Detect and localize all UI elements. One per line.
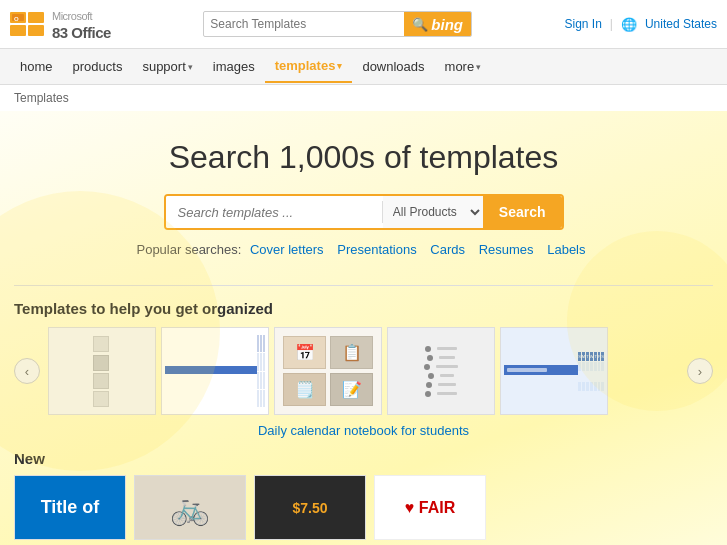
- popular-label: Popular searches:: [136, 242, 241, 257]
- search-section: All Products Word Excel PowerPoint Outlo…: [0, 194, 727, 230]
- bike-icon: 🚲: [170, 489, 210, 527]
- main-content: Search 1,000s of templates All Products …: [0, 111, 727, 545]
- popular-cover-letters[interactable]: Cover letters: [250, 242, 324, 257]
- main-nav: home products support ▾ images templates…: [0, 49, 727, 85]
- svg-rect-1: [28, 12, 44, 23]
- svg-rect-2: [10, 25, 26, 36]
- new-heading: New: [14, 450, 713, 467]
- nav-templates[interactable]: templates ▾: [265, 50, 353, 83]
- nav-support[interactable]: support ▾: [132, 51, 202, 82]
- new-card-4[interactable]: ♥ FAIR: [374, 475, 486, 540]
- carousel-wrapper: ‹: [14, 327, 713, 415]
- bing-search-icon: 🔍: [412, 17, 428, 32]
- popular-cards[interactable]: Cards: [430, 242, 465, 257]
- svg-text:O: O: [14, 16, 19, 22]
- templates-arrow-icon: ▾: [337, 61, 342, 71]
- carousel-prev-button[interactable]: ‹: [14, 358, 40, 384]
- templates-heading: Templates to help you get organized: [14, 300, 713, 317]
- main-search-input[interactable]: [166, 196, 382, 228]
- new-card-2[interactable]: 🚲: [134, 475, 246, 540]
- nav-more[interactable]: more ▾: [435, 51, 492, 82]
- region-link[interactable]: United States: [645, 17, 717, 31]
- new-section: New Title of 🚲 $7.50 ♥ FAIR: [0, 438, 727, 540]
- nav-images[interactable]: images: [203, 51, 265, 82]
- top-right-links: Sign In | 🌐 United States: [564, 17, 717, 32]
- hero-section: Search 1,000s of templates All Products …: [0, 121, 727, 285]
- popular-presentations[interactable]: Presentations: [337, 242, 417, 257]
- templates-section: Templates to help you get organized ‹: [0, 300, 727, 438]
- popular-searches: Popular searches: Cover letters Presenta…: [0, 242, 727, 257]
- template-link: Daily calendar notebook for students: [14, 423, 713, 438]
- svg-rect-3: [28, 25, 44, 36]
- new-card-3[interactable]: $7.50: [254, 475, 366, 540]
- template-thumb-3[interactable]: 📅 📋 🗒️ 📝: [274, 327, 382, 415]
- popular-labels[interactable]: Labels: [547, 242, 585, 257]
- office-wordmark: Microsoft 83 Office: [52, 6, 111, 42]
- logo-area: O Microsoft 83 Office: [10, 6, 111, 42]
- carousel: 📅 📋 🗒️ 📝: [48, 327, 679, 415]
- top-search-input[interactable]: [204, 17, 404, 31]
- next-arrow-icon: ›: [698, 364, 702, 379]
- top-search-bar[interactable]: 🔍 bing: [203, 11, 472, 37]
- product-filter-select[interactable]: All Products Word Excel PowerPoint Outlo…: [383, 196, 483, 228]
- template-thumb-2[interactable]: [161, 327, 269, 415]
- more-arrow-icon: ▾: [476, 62, 481, 72]
- new-cards-row: Title of 🚲 $7.50 ♥ FAIR: [14, 475, 713, 540]
- hero-heading: Search 1,000s of templates: [0, 139, 727, 176]
- template-thumb-1[interactable]: [48, 327, 156, 415]
- search-box: All Products Word Excel PowerPoint Outlo…: [164, 194, 564, 230]
- section-divider: [14, 285, 713, 286]
- breadcrumb: Templates: [0, 85, 727, 111]
- top-bar: O Microsoft 83 Office 🔍 bing Sign In | 🌐…: [0, 0, 727, 49]
- support-arrow-icon: ▾: [188, 62, 193, 72]
- featured-template-link[interactable]: Daily calendar notebook for students: [258, 423, 469, 438]
- nav-products[interactable]: products: [63, 51, 133, 82]
- template-thumb-4[interactable]: [387, 327, 495, 415]
- template-thumb-5[interactable]: S M T W T F S: [500, 327, 608, 415]
- bing-button[interactable]: 🔍 bing: [404, 11, 471, 37]
- globe-icon: 🌐: [621, 17, 637, 32]
- bing-label: bing: [431, 16, 463, 33]
- nav-home[interactable]: home: [10, 51, 63, 82]
- popular-resumes[interactable]: Resumes: [479, 242, 534, 257]
- carousel-next-button[interactable]: ›: [687, 358, 713, 384]
- search-button[interactable]: Search: [483, 196, 562, 228]
- new-card-1[interactable]: Title of: [14, 475, 126, 540]
- sign-in-link[interactable]: Sign In: [564, 17, 601, 31]
- office-logo-icon: O: [10, 12, 46, 36]
- prev-arrow-icon: ‹: [25, 364, 29, 379]
- nav-downloads[interactable]: downloads: [352, 51, 434, 82]
